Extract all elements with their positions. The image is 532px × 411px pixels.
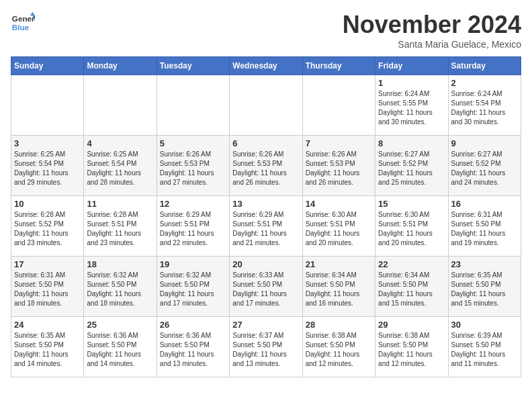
- day-cell: 24Sunrise: 6:35 AM Sunset: 5:50 PM Dayli…: [11, 317, 84, 377]
- day-number: 16: [451, 199, 518, 209]
- day-info: Sunrise: 6:27 AM Sunset: 5:52 PM Dayligh…: [378, 150, 445, 187]
- day-number: 9: [451, 138, 518, 148]
- header-day-wednesday: Wednesday: [230, 57, 302, 75]
- day-number: 29: [378, 320, 445, 330]
- day-info: Sunrise: 6:34 AM Sunset: 5:50 PM Dayligh…: [378, 271, 445, 308]
- day-cell: 2Sunrise: 6:24 AM Sunset: 5:54 PM Daylig…: [448, 75, 521, 136]
- calendar-table: SundayMondayTuesdayWednesdayThursdayFrid…: [11, 56, 521, 377]
- day-number: 13: [232, 199, 299, 209]
- day-number: 3: [14, 138, 81, 148]
- header-day-friday: Friday: [375, 57, 448, 75]
- day-number: 5: [160, 138, 226, 148]
- calendar-body: 1Sunrise: 6:24 AM Sunset: 5:55 PM Daylig…: [11, 75, 521, 377]
- day-number: 23: [451, 259, 518, 269]
- logo-icon: General Blue: [11, 11, 35, 35]
- day-info: Sunrise: 6:37 AM Sunset: 5:50 PM Dayligh…: [232, 331, 299, 369]
- day-cell: 17Sunrise: 6:31 AM Sunset: 5:50 PM Dayli…: [11, 257, 84, 317]
- day-info: Sunrise: 6:26 AM Sunset: 5:53 PM Dayligh…: [160, 150, 226, 187]
- day-info: Sunrise: 6:31 AM Sunset: 5:50 PM Dayligh…: [451, 210, 518, 248]
- day-info: Sunrise: 6:38 AM Sunset: 5:50 PM Dayligh…: [306, 331, 372, 369]
- week-row-3: 17Sunrise: 6:31 AM Sunset: 5:50 PM Dayli…: [11, 257, 521, 317]
- day-number: 27: [232, 320, 299, 330]
- day-number: 21: [306, 259, 372, 269]
- day-cell: 18Sunrise: 6:32 AM Sunset: 5:50 PM Dayli…: [84, 257, 157, 317]
- day-cell: 7Sunrise: 6:26 AM Sunset: 5:53 PM Daylig…: [302, 136, 375, 196]
- day-cell: 22Sunrise: 6:34 AM Sunset: 5:50 PM Dayli…: [375, 257, 448, 317]
- day-info: Sunrise: 6:38 AM Sunset: 5:50 PM Dayligh…: [378, 331, 445, 369]
- day-info: Sunrise: 6:36 AM Sunset: 5:50 PM Dayligh…: [87, 331, 153, 369]
- week-row-2: 10Sunrise: 6:28 AM Sunset: 5:52 PM Dayli…: [11, 196, 521, 257]
- header-day-tuesday: Tuesday: [157, 57, 229, 75]
- day-cell: [11, 75, 84, 136]
- day-cell: 16Sunrise: 6:31 AM Sunset: 5:50 PM Dayli…: [448, 196, 521, 257]
- day-cell: [230, 75, 302, 136]
- day-cell: 23Sunrise: 6:35 AM Sunset: 5:50 PM Dayli…: [448, 257, 521, 317]
- day-number: 28: [306, 320, 372, 330]
- day-number: 22: [378, 259, 445, 269]
- day-info: Sunrise: 6:28 AM Sunset: 5:52 PM Dayligh…: [14, 210, 81, 248]
- page-header: General Blue November 2024 Santa Maria G…: [11, 11, 521, 50]
- day-cell: 30Sunrise: 6:39 AM Sunset: 5:50 PM Dayli…: [448, 317, 521, 377]
- day-info: Sunrise: 6:27 AM Sunset: 5:52 PM Dayligh…: [451, 150, 518, 187]
- day-cell: [84, 75, 157, 136]
- day-info: Sunrise: 6:36 AM Sunset: 5:50 PM Dayligh…: [160, 331, 226, 369]
- day-cell: 28Sunrise: 6:38 AM Sunset: 5:50 PM Dayli…: [302, 317, 375, 377]
- day-cell: [157, 75, 229, 136]
- day-number: 10: [14, 199, 81, 209]
- day-number: 7: [306, 138, 372, 148]
- day-cell: 21Sunrise: 6:34 AM Sunset: 5:50 PM Dayli…: [302, 257, 375, 317]
- day-info: Sunrise: 6:29 AM Sunset: 5:51 PM Dayligh…: [160, 210, 226, 248]
- month-title: November 2024: [343, 11, 521, 39]
- day-cell: 1Sunrise: 6:24 AM Sunset: 5:55 PM Daylig…: [375, 75, 448, 136]
- day-number: 11: [87, 199, 153, 209]
- day-cell: 6Sunrise: 6:26 AM Sunset: 5:53 PM Daylig…: [230, 136, 302, 196]
- day-info: Sunrise: 6:25 AM Sunset: 5:54 PM Dayligh…: [14, 150, 81, 187]
- day-info: Sunrise: 6:34 AM Sunset: 5:50 PM Dayligh…: [306, 271, 372, 308]
- day-number: 17: [14, 259, 81, 269]
- day-cell: 10Sunrise: 6:28 AM Sunset: 5:52 PM Dayli…: [11, 196, 84, 257]
- day-cell: 11Sunrise: 6:28 AM Sunset: 5:51 PM Dayli…: [84, 196, 157, 257]
- day-number: 24: [14, 320, 81, 330]
- week-row-0: 1Sunrise: 6:24 AM Sunset: 5:55 PM Daylig…: [11, 75, 521, 136]
- day-info: Sunrise: 6:30 AM Sunset: 5:51 PM Dayligh…: [378, 210, 445, 248]
- day-info: Sunrise: 6:25 AM Sunset: 5:54 PM Dayligh…: [87, 150, 153, 187]
- title-section: November 2024 Santa Maria Guelace, Mexic…: [343, 11, 521, 50]
- day-cell: 15Sunrise: 6:30 AM Sunset: 5:51 PM Dayli…: [375, 196, 448, 257]
- day-number: 30: [451, 320, 518, 330]
- day-number: 25: [87, 320, 153, 330]
- calendar-header: SundayMondayTuesdayWednesdayThursdayFrid…: [11, 57, 521, 75]
- day-cell: 4Sunrise: 6:25 AM Sunset: 5:54 PM Daylig…: [84, 136, 157, 196]
- day-info: Sunrise: 6:32 AM Sunset: 5:50 PM Dayligh…: [160, 271, 226, 308]
- week-row-4: 24Sunrise: 6:35 AM Sunset: 5:50 PM Dayli…: [11, 317, 521, 377]
- day-info: Sunrise: 6:33 AM Sunset: 5:50 PM Dayligh…: [232, 271, 299, 308]
- svg-text:Blue: Blue: [12, 23, 30, 32]
- day-info: Sunrise: 6:29 AM Sunset: 5:51 PM Dayligh…: [232, 210, 299, 248]
- day-info: Sunrise: 6:28 AM Sunset: 5:51 PM Dayligh…: [87, 210, 153, 248]
- day-number: 20: [232, 259, 299, 269]
- day-number: 26: [160, 320, 226, 330]
- day-cell: 13Sunrise: 6:29 AM Sunset: 5:51 PM Dayli…: [230, 196, 302, 257]
- day-info: Sunrise: 6:31 AM Sunset: 5:50 PM Dayligh…: [14, 271, 81, 308]
- day-info: Sunrise: 6:24 AM Sunset: 5:54 PM Dayligh…: [451, 89, 518, 127]
- day-cell: 5Sunrise: 6:26 AM Sunset: 5:53 PM Daylig…: [157, 136, 229, 196]
- day-info: Sunrise: 6:32 AM Sunset: 5:50 PM Dayligh…: [87, 271, 153, 308]
- day-cell: 8Sunrise: 6:27 AM Sunset: 5:52 PM Daylig…: [375, 136, 448, 196]
- location: Santa Maria Guelace, Mexico: [343, 39, 521, 50]
- day-cell: 9Sunrise: 6:27 AM Sunset: 5:52 PM Daylig…: [448, 136, 521, 196]
- day-cell: 26Sunrise: 6:36 AM Sunset: 5:50 PM Dayli…: [157, 317, 229, 377]
- header-day-sunday: Sunday: [11, 57, 84, 75]
- day-cell: 20Sunrise: 6:33 AM Sunset: 5:50 PM Dayli…: [230, 257, 302, 317]
- day-cell: 25Sunrise: 6:36 AM Sunset: 5:50 PM Dayli…: [84, 317, 157, 377]
- day-cell: 12Sunrise: 6:29 AM Sunset: 5:51 PM Dayli…: [157, 196, 229, 257]
- day-number: 18: [87, 259, 153, 269]
- day-number: 6: [232, 138, 299, 148]
- day-info: Sunrise: 6:26 AM Sunset: 5:53 PM Dayligh…: [232, 150, 299, 187]
- day-cell: [302, 75, 375, 136]
- day-info: Sunrise: 6:39 AM Sunset: 5:50 PM Dayligh…: [451, 331, 518, 369]
- day-info: Sunrise: 6:26 AM Sunset: 5:53 PM Dayligh…: [306, 150, 372, 187]
- day-number: 12: [160, 199, 226, 209]
- header-day-monday: Monday: [84, 57, 157, 75]
- header-row: SundayMondayTuesdayWednesdayThursdayFrid…: [11, 57, 521, 75]
- header-day-saturday: Saturday: [448, 57, 521, 75]
- week-row-1: 3Sunrise: 6:25 AM Sunset: 5:54 PM Daylig…: [11, 136, 521, 196]
